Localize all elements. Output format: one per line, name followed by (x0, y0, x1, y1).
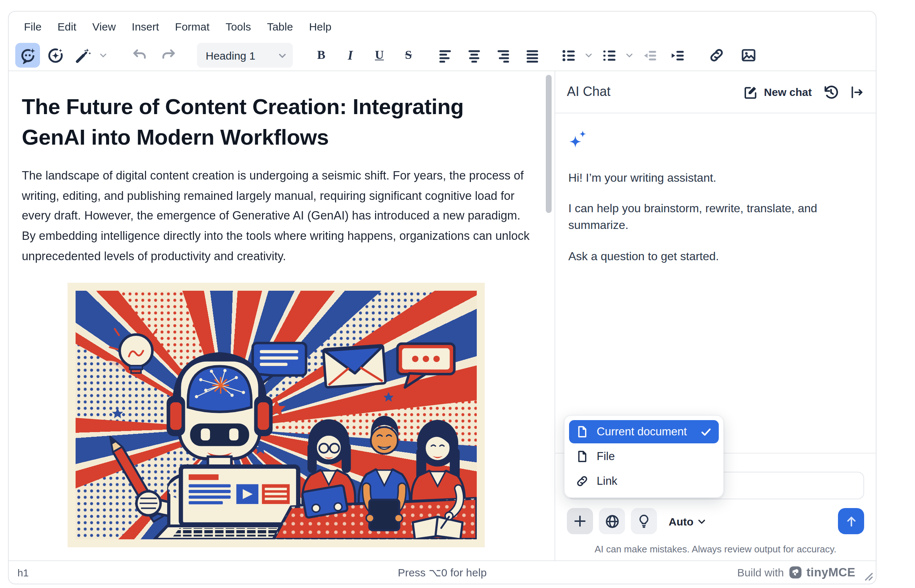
chat-welcome-line-2: I can help you brainstorm, rewrite, tran… (568, 200, 863, 234)
new-chat-label: New chat (764, 86, 812, 98)
lightbulb-icon (637, 514, 651, 528)
image-icon (741, 47, 757, 63)
globe-icon (604, 514, 620, 529)
editor-scrollbar[interactable] (544, 71, 555, 561)
magic-wand-icon (74, 47, 91, 64)
chevron-down-icon (584, 51, 593, 60)
genai-illustration (75, 290, 476, 539)
insert-link-button[interactable] (704, 43, 729, 68)
menu-item-current-document[interactable]: Current document (569, 420, 719, 443)
outdent-button[interactable] (637, 43, 662, 68)
ai-sparkles-icon (568, 129, 588, 149)
menu-insert[interactable]: Insert (124, 16, 167, 37)
menu-edit[interactable]: Edit (49, 16, 84, 37)
chat-history-button[interactable] (823, 84, 839, 100)
chat-welcome-line-3: Ask a question to get started. (568, 247, 863, 264)
bullet-list-button[interactable] (556, 43, 581, 68)
italic-glyph: I (348, 48, 353, 63)
scrollbar-thumb[interactable] (546, 75, 552, 213)
italic-button[interactable]: I (338, 43, 363, 68)
ai-disclaimer: AI can make mistakes. Always review outp… (567, 544, 864, 554)
editor-content[interactable]: The Future of Content Creation: Integrat… (9, 71, 544, 561)
menu-item-link[interactable]: Link (569, 470, 719, 493)
document-icon (576, 425, 589, 438)
image-caption[interactable]: By embedding intelligence directly into … (27, 557, 524, 561)
bold-button[interactable]: B (309, 43, 334, 68)
branding-prefix: Build with (737, 566, 784, 578)
chevron-down-icon (697, 516, 707, 526)
menu-view[interactable]: View (84, 16, 124, 37)
element-path[interactable]: h1 (18, 567, 29, 578)
document-paragraph[interactable]: The landscape of digital content creatio… (22, 166, 530, 267)
suggestions-button[interactable] (631, 508, 657, 534)
align-right-icon (495, 48, 510, 63)
compose-icon (744, 85, 758, 99)
menu-item-label: Current document (597, 425, 687, 438)
attach-button[interactable] (567, 508, 593, 534)
align-center-icon (466, 48, 481, 63)
bold-glyph: B (317, 48, 326, 63)
main-area: The Future of Content Creation: Integrat… (9, 71, 876, 561)
chat-welcome-line-1: Hi! I’m your writing assistant. (568, 170, 863, 186)
status-bar: h1 Press ⌥0 for help Build with tinyMCE (9, 561, 876, 584)
align-left-icon (437, 48, 452, 63)
toolbar: Heading 1 B I U S (9, 40, 876, 71)
indent-icon (670, 48, 685, 63)
undo-button[interactable] (127, 43, 152, 68)
improve-writing-chevron[interactable] (98, 47, 108, 63)
menu-help[interactable]: Help (301, 16, 339, 37)
link-icon (708, 47, 725, 63)
document-icon (576, 450, 589, 463)
align-left-button[interactable] (432, 43, 457, 68)
menu-format[interactable]: Format (167, 16, 218, 37)
chevron-down-icon (99, 51, 108, 60)
align-right-button[interactable] (491, 43, 515, 68)
strikethrough-glyph: S (405, 48, 412, 63)
web-search-button[interactable] (599, 508, 625, 534)
chat-header: AI Chat New chat (555, 71, 876, 113)
format-select[interactable]: Heading 1 (197, 43, 293, 68)
branding-name: tinyMCE (806, 565, 855, 579)
editor-window: File Edit View Insert Format Tools Table… (8, 11, 876, 584)
chat-title: AI Chat (567, 84, 610, 100)
menu-item-label: Link (597, 475, 617, 488)
outdent-icon (642, 48, 657, 63)
bullet-list-icon (561, 48, 576, 63)
numbered-list-chevron[interactable] (624, 47, 634, 63)
page: File Edit View Insert Format Tools Table… (0, 0, 915, 588)
send-arrow-icon (844, 514, 858, 528)
indent-button[interactable] (665, 43, 690, 68)
underline-button[interactable]: U (367, 43, 392, 68)
chevron-down-icon (278, 50, 287, 60)
ai-chat-panel: AI Chat New chat (555, 71, 876, 561)
ai-shortcuts-button[interactable] (43, 43, 68, 68)
history-icon (823, 84, 839, 100)
attach-source-menu: Current document File Link (564, 415, 724, 498)
ai-chat-button[interactable] (15, 43, 40, 68)
menu-item-file[interactable]: File (569, 445, 719, 468)
document-image[interactable] (67, 283, 484, 547)
menu-tools[interactable]: Tools (218, 16, 259, 37)
align-justify-button[interactable] (520, 43, 544, 68)
ai-chat-icon (19, 47, 36, 64)
bullet-list-chevron[interactable] (584, 47, 594, 63)
new-chat-button[interactable]: New chat (744, 85, 812, 99)
menu-table[interactable]: Table (259, 16, 301, 37)
close-panel-button[interactable] (850, 85, 864, 99)
plus-icon (573, 514, 587, 528)
insert-image-button[interactable] (736, 43, 761, 68)
strikethrough-button[interactable]: S (396, 43, 421, 68)
ai-shortcuts-icon (47, 47, 64, 64)
align-center-button[interactable] (462, 43, 486, 68)
branding[interactable]: Build with tinyMCE (737, 565, 867, 579)
numbered-list-button[interactable] (597, 43, 621, 68)
document-title[interactable]: The Future of Content Creation: Integrat… (22, 92, 530, 153)
improve-writing-button[interactable] (71, 43, 95, 68)
model-select[interactable]: Auto (669, 515, 707, 527)
send-button[interactable] (838, 508, 864, 534)
menu-file[interactable]: File (16, 16, 49, 37)
underline-glyph: U (375, 48, 384, 63)
align-justify-icon (524, 48, 540, 63)
collapse-panel-icon (850, 85, 864, 99)
redo-button[interactable] (156, 43, 181, 68)
